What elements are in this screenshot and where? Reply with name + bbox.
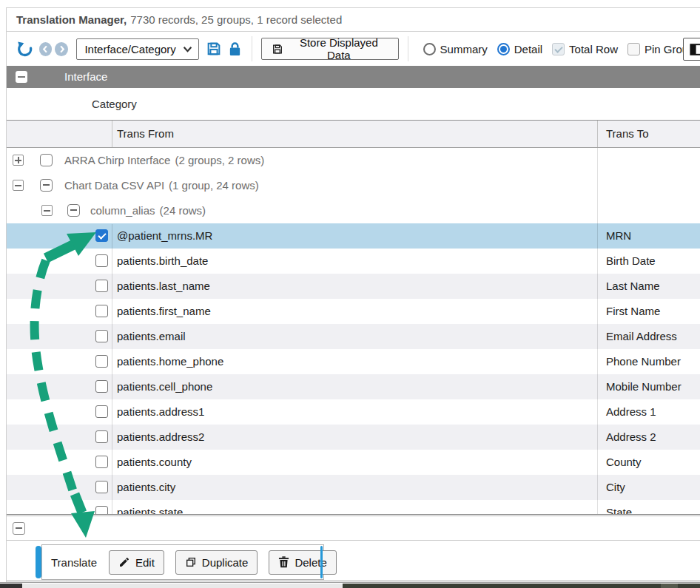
record-row[interactable]: patients.email Email Address (7, 324, 700, 349)
record-row[interactable]: patients.city City (7, 475, 700, 500)
group-count: (2 groups, 2 rows) (175, 154, 264, 166)
collapse-interface-icon[interactable] (16, 71, 27, 83)
duplicate-button[interactable]: Duplicate (175, 550, 258, 575)
column-header-trans-from[interactable]: Trans From (117, 127, 174, 140)
record-row[interactable]: patients.home_phone Phone Number (7, 349, 700, 374)
group-row-chart-data-csv-api[interactable]: Chart Data CSV API(1 group, 24 rows) (7, 173, 700, 198)
panel-accent-bar-right (320, 546, 323, 578)
group-checkbox[interactable] (40, 179, 53, 192)
group-band-interface[interactable]: Interface (7, 66, 700, 88)
trans-to-cell: Address 2 (606, 430, 656, 443)
trans-from-cell: @patient_mrns.MR (117, 229, 212, 242)
view-options: Summary Detail Total Row Pin Groups (423, 43, 700, 55)
trans-from-cell: patients.county (117, 456, 192, 468)
record-row[interactable]: patients.cell_phone Mobile Number (7, 374, 700, 399)
bottom-strip (0, 582, 700, 588)
panel-layout-button[interactable] (683, 38, 700, 61)
trans-from-cell: patients.city (117, 481, 175, 493)
row-checkbox[interactable] (95, 405, 108, 418)
translation-manager-window: Translation Manager, 7730 records, 25 gr… (6, 7, 700, 582)
edit-button-label: Edit (135, 556, 155, 569)
row-checkbox[interactable] (95, 430, 108, 443)
row-checkbox[interactable] (95, 380, 108, 393)
store-displayed-data-label: Store Displayed Data (289, 36, 388, 61)
previous-group-button[interactable] (39, 42, 53, 56)
group-checkbox[interactable] (67, 204, 80, 217)
collapse-footer-icon[interactable] (13, 522, 25, 535)
column-separator (597, 121, 598, 147)
chevron-left-icon (41, 45, 50, 53)
trans-to-cell: MRN (606, 229, 631, 242)
total-row-checkbox[interactable]: Total Row (552, 43, 618, 55)
column-separator (112, 121, 112, 147)
expander-icon[interactable] (13, 155, 24, 166)
delete-button[interactable]: Delete (269, 550, 336, 575)
store-displayed-data-button[interactable]: Store Displayed Data (261, 38, 398, 60)
group-label: ARRA Chirp Interface (64, 154, 170, 166)
group-row-column-alias[interactable]: column_alias(24 rows) (7, 198, 700, 223)
row-checkbox[interactable] (95, 355, 108, 368)
row-checkbox[interactable] (95, 456, 108, 468)
column-separator (597, 148, 598, 514)
trans-from-cell: patients.cell_phone (117, 380, 212, 393)
chevron-down-icon (183, 44, 192, 54)
grouping-dropdown-value: Interface/Category (84, 43, 182, 55)
record-row[interactable]: patients.address2 Address 2 (7, 425, 700, 450)
row-checkbox[interactable] (95, 280, 108, 292)
group-count: (1 group, 24 rows) (169, 179, 259, 192)
trans-from-cell: patients.address2 (117, 430, 204, 443)
column-separator (112, 224, 112, 514)
column-header-trans-to[interactable]: Trans To (606, 127, 649, 140)
detail-radio[interactable]: Detail (497, 43, 542, 55)
record-row[interactable]: patients.birth_date Birth Date (7, 249, 700, 274)
record-row[interactable]: @patient_mrns.MR MRN (7, 223, 700, 249)
copy-icon (185, 556, 197, 568)
row-checkbox[interactable] (95, 330, 108, 342)
record-row[interactable]: patients.first_name First Name (7, 299, 700, 324)
row-checkbox[interactable] (95, 305, 108, 317)
group-band-category[interactable]: Category (7, 88, 700, 121)
undo-icon[interactable] (16, 39, 35, 58)
record-row[interactable]: patients.state State (7, 500, 700, 514)
expander-icon[interactable] (13, 180, 24, 191)
save-layout-icon[interactable] (206, 40, 223, 58)
record-summary: 7730 records, 25 groups, 1 record select… (130, 13, 342, 26)
summary-radio[interactable]: Summary (423, 43, 488, 55)
trans-from-cell: patients.last_name (117, 280, 210, 292)
footer-collapse-row (7, 516, 700, 541)
trans-from-cell: patients.state (117, 506, 183, 514)
trans-to-cell: Email Address (606, 330, 677, 342)
row-checkbox[interactable] (95, 506, 108, 514)
records-grid: ARRA Chirp Interface(2 groups, 2 rows) C… (7, 148, 700, 514)
group-label: Chart Data CSV API (64, 179, 164, 192)
group-row-arra-chirp-interface[interactable]: ARRA Chirp Interface(2 groups, 2 rows) (7, 148, 700, 173)
save-icon (272, 43, 283, 55)
total-row-checkbox-control (552, 43, 565, 55)
duplicate-button-label: Duplicate (202, 556, 249, 569)
next-group-button[interactable] (55, 42, 68, 56)
row-checkbox[interactable] (95, 481, 108, 493)
column-header-row: Trans From Trans To (7, 121, 700, 148)
row-checkbox[interactable] (95, 254, 108, 267)
record-row[interactable]: patients.last_name Last Name (7, 274, 700, 299)
trans-to-cell: Mobile Number (606, 380, 682, 393)
group-band-category-label: Category (92, 98, 137, 110)
row-checkbox[interactable] (95, 229, 108, 242)
trans-to-cell: City (606, 481, 625, 493)
trans-from-cell: patients.first_name (117, 305, 211, 317)
trans-from-cell: patients.address1 (117, 405, 204, 418)
edit-button[interactable]: Edit (109, 550, 164, 575)
expander-icon[interactable] (41, 205, 53, 216)
panel-accent-bar-left (36, 546, 41, 578)
grouping-dropdown[interactable]: Interface/Category (76, 38, 198, 60)
trans-to-cell: County (606, 456, 642, 468)
record-row[interactable]: patients.county County (7, 450, 700, 475)
group-checkbox[interactable] (40, 154, 53, 166)
detail-radio-control (497, 43, 510, 55)
record-row[interactable]: patients.address1 Address 1 (7, 399, 700, 425)
summary-radio-control (423, 43, 436, 55)
chevron-right-icon (58, 45, 66, 53)
trans-to-cell: Phone Number (606, 355, 681, 368)
pencil-icon (118, 556, 130, 568)
lock-icon[interactable] (227, 40, 243, 58)
